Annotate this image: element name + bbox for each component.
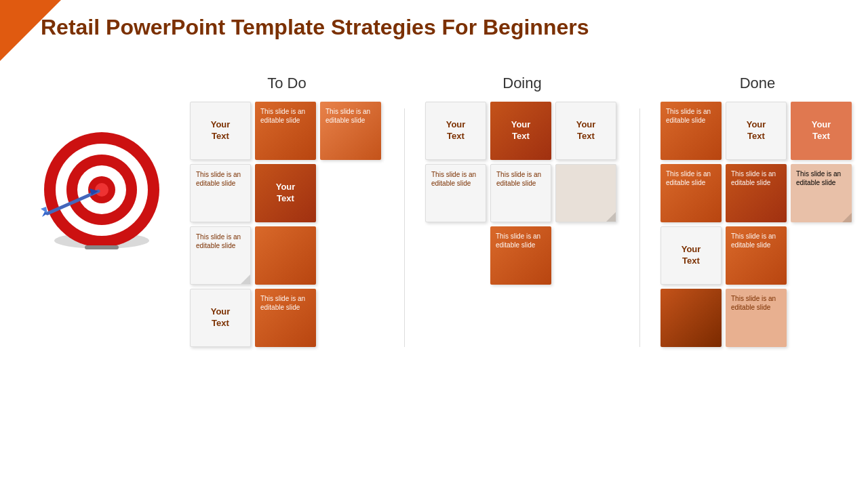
card[interactable]: YourText bbox=[726, 102, 787, 160]
card[interactable]: YourText bbox=[791, 102, 852, 160]
card[interactable]: This slide is an editable slide bbox=[660, 164, 722, 222]
target-icon-area bbox=[14, 75, 190, 251]
todo-header: To Do bbox=[267, 75, 306, 92]
card[interactable]: YourText bbox=[190, 289, 251, 347]
card[interactable] bbox=[255, 226, 316, 285]
card[interactable]: This slide is an editable slide bbox=[320, 102, 381, 160]
svg-point-6 bbox=[95, 183, 108, 197]
doing-row-2: This slide is an editable slide This sli… bbox=[425, 164, 619, 222]
card[interactable]: This slide is an editable slide bbox=[490, 226, 551, 285]
card[interactable]: YourText bbox=[555, 102, 616, 160]
done-row-4: This slide is an editable slide bbox=[660, 289, 854, 347]
card[interactable]: YourText bbox=[490, 102, 551, 160]
done-header: Done bbox=[740, 75, 776, 92]
done-row-1: This slide is an editable slide YourText… bbox=[660, 102, 854, 160]
card[interactable]: This slide is an editable slide bbox=[490, 164, 551, 222]
card[interactable]: This slide is an editable slide bbox=[726, 289, 787, 347]
todo-row-1: YourText This slide is an editable slide… bbox=[190, 102, 384, 160]
card[interactable]: YourText bbox=[660, 226, 722, 285]
card[interactable]: YourText bbox=[425, 102, 486, 160]
card[interactable]: This slide is an editable slide bbox=[190, 226, 251, 285]
page-title: Retail PowerPoint Template Strategies Fo… bbox=[41, 15, 589, 40]
done-row-3: YourText This slide is an editable slide bbox=[660, 226, 854, 285]
card[interactable] bbox=[555, 164, 616, 222]
card[interactable]: This slide is an editable slide bbox=[660, 102, 722, 160]
kanban-area: To Do YourText This slide is an editable… bbox=[190, 75, 868, 347]
doing-row-3: This slide is an editable slide bbox=[425, 226, 619, 285]
card[interactable]: This slide is an editable slide bbox=[425, 164, 486, 222]
col-separator-1 bbox=[404, 108, 405, 347]
todo-column: To Do YourText This slide is an editable… bbox=[190, 75, 384, 347]
card[interactable]: This slide is an editable slide bbox=[190, 164, 251, 222]
card[interactable]: YourText bbox=[255, 164, 316, 222]
svg-rect-11 bbox=[85, 245, 119, 249]
card[interactable]: This slide is an editable slide bbox=[255, 102, 316, 160]
card[interactable]: This slide is an editable slide bbox=[255, 289, 316, 347]
col-separator-2 bbox=[639, 108, 640, 347]
todo-row-3: This slide is an editable slide bbox=[190, 226, 384, 285]
card[interactable] bbox=[660, 289, 722, 347]
main-content: To Do YourText This slide is an editable… bbox=[0, 75, 868, 347]
card[interactable]: YourText bbox=[190, 102, 251, 160]
done-row-2: This slide is an editable slide This sli… bbox=[660, 164, 854, 222]
svg-marker-9 bbox=[41, 207, 47, 214]
target-icon bbox=[34, 115, 170, 251]
todo-row-2: This slide is an editable slide YourText bbox=[190, 164, 384, 222]
card[interactable]: This slide is an editable slide bbox=[726, 164, 787, 222]
card[interactable]: This slide is an editable slide bbox=[726, 226, 787, 285]
doing-row-1: YourText YourText YourText bbox=[425, 102, 619, 160]
doing-column: Doing YourText YourText YourText This sl… bbox=[425, 75, 619, 347]
done-column: Done This slide is an editable slide You… bbox=[660, 75, 854, 347]
card[interactable]: This slide is an editable slide bbox=[791, 164, 852, 222]
todo-row-4: YourText This slide is an editable slide bbox=[190, 289, 384, 347]
doing-header: Doing bbox=[502, 75, 541, 92]
